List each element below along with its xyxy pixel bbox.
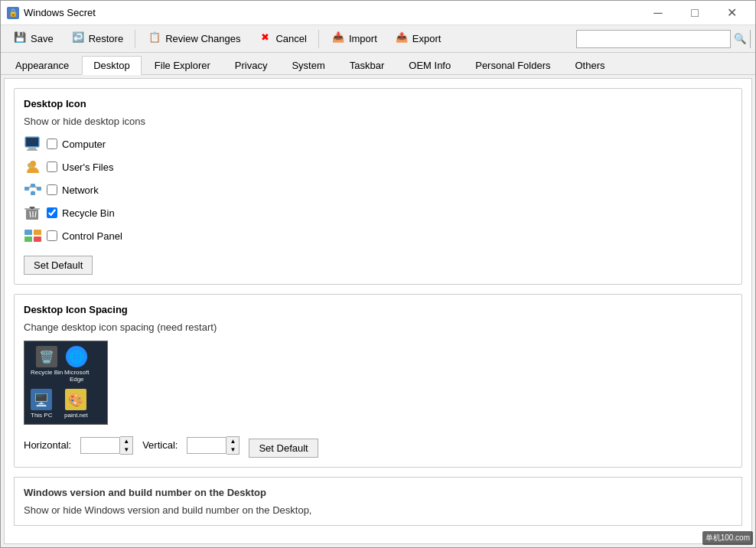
network-checkbox[interactable] [47,184,57,195]
vertical-spinner: 1125 ▲ ▼ [187,436,240,455]
separator-2 [318,30,319,48]
vertical-input[interactable]: 1125 [187,437,226,454]
svg-rect-13 [26,209,38,220]
cancel-icon: ✖ [257,31,272,47]
close-button[interactable]: ✕ [714,1,749,25]
svg-rect-6 [24,187,29,191]
import-icon: 📥 [331,31,346,47]
search-button[interactable]: 🔍 [730,30,750,48]
vertical-up-button[interactable]: ▲ [226,437,239,445]
window-title: Windows Secret [24,7,640,18]
horizontal-label: Horizontal: [24,439,71,451]
icon-row-users-files: User's Files [24,158,732,176]
horizontal-up-button[interactable]: ▲ [120,437,132,445]
windows-version-section: Windows version and build number on the … [14,477,742,526]
maximize-button[interactable]: □ [677,1,712,25]
tab-personal-folders[interactable]: Personal Folders [464,56,562,74]
spacing-title: Desktop Icon Spacing [24,304,732,315]
import-label: Import [349,33,377,44]
content-area[interactable]: Desktop Icon Show or hide desktop icons … [4,78,752,544]
review-icon: 📋 [147,31,162,47]
network-icon [24,181,42,199]
computer-label: Computer [62,139,106,150]
users-files-icon [24,158,42,176]
svg-rect-18 [24,236,32,242]
control-panel-icon [24,227,42,245]
control-panel-label: Control Panel [62,230,122,242]
search-box: 🔍 [576,30,751,48]
recycle-bin-checkbox[interactable] [47,207,57,218]
desktop-icon-section: Desktop Icon Show or hide desktop icons … [14,88,742,285]
tab-desktop[interactable]: Desktop [82,56,142,75]
tab-others[interactable]: Others [564,56,617,74]
icon-row-network: Network [24,181,732,199]
save-icon: 💾 [12,31,28,47]
review-changes-button[interactable]: 📋 Review Changes [140,28,247,50]
preview-paint: 🎨 paint.net [64,389,88,419]
desktop-icon-title: Desktop Icon [24,98,732,109]
search-input[interactable] [577,31,730,47]
network-label: Network [62,184,99,196]
export-label: Export [412,33,442,44]
save-label: Save [31,33,54,44]
preview-recycle-bin: 🗑️ Recycle Bin [31,346,63,376]
restore-button[interactable]: ↩️ Restore [64,28,131,50]
recycle-bin-icon [24,204,42,222]
computer-checkbox[interactable] [47,139,57,149]
minimize-button[interactable]: ─ [640,1,676,25]
svg-point-5 [28,163,32,168]
horizontal-spinner: 1125 ▲ ▼ [80,436,133,455]
save-button[interactable]: 💾 Save [5,28,60,50]
version-subtitle: Show or hide Windows version and build n… [24,504,732,516]
computer-icon [24,135,42,153]
svg-rect-17 [34,230,41,235]
svg-rect-19 [34,236,41,242]
svg-rect-3 [26,138,38,146]
svg-line-10 [29,186,31,188]
horizontal-down-button[interactable]: ▼ [120,445,132,454]
svg-rect-1 [28,148,36,149]
restore-icon: ↩️ [70,31,86,47]
vertical-label: Vertical: [142,439,178,451]
review-label: Review Changes [165,33,240,44]
separator-1 [135,30,135,48]
export-button[interactable]: 📤 Export [387,28,448,50]
title-bar: 🔒 Windows Secret ─ □ ✕ [1,1,755,25]
horizontal-input[interactable]: 1125 [80,437,120,454]
spacing-controls: Horizontal: 1125 ▲ ▼ Vertical: 1125 ▲ ▼ [24,432,732,458]
preview-this-pc: 🖥️ This PC [31,389,52,419]
users-files-checkbox[interactable] [47,161,57,172]
desktop-icon-spacing-section: Desktop Icon Spacing Change desktop icon… [14,294,742,468]
icon-row-control-panel: Control Panel [24,227,732,245]
tabs-bar: Appearance Desktop File Explorer Privacy… [1,53,755,75]
desktop-icon-subtitle: Show or hide desktop icons [24,116,732,127]
tab-file-explorer[interactable]: File Explorer [143,56,222,74]
tab-appearance[interactable]: Appearance [4,56,80,74]
import-button[interactable]: 📥 Import [324,28,384,50]
desktop-icon-set-default-button[interactable]: Set Default [24,256,93,275]
spacing-set-default-button[interactable]: Set Default [249,439,318,458]
main-window: 🔒 Windows Secret ─ □ ✕ 💾 Save ↩️ Restore… [0,0,756,548]
preview-edge: 🌐 MicrosoftEdge [64,346,89,383]
tab-taskbar[interactable]: Taskbar [338,56,396,74]
vertical-spinner-buttons: ▲ ▼ [226,436,240,455]
svg-rect-2 [27,149,37,151]
svg-rect-16 [24,230,32,235]
vertical-down-button[interactable]: ▼ [226,445,239,454]
recycle-bin-label: Recycle Bin [62,207,115,219]
export-icon: 📤 [394,31,409,47]
svg-rect-15 [31,207,34,209]
users-files-label: User's Files [62,161,114,173]
tab-oem-info[interactable]: OEM Info [397,56,462,74]
tab-privacy[interactable]: Privacy [223,56,279,74]
spacing-preview: 🗑️ Recycle Bin 🌐 MicrosoftEdge 🖥️ This P… [24,341,108,425]
app-icon: 🔒 [7,7,19,19]
tab-system[interactable]: System [280,56,336,74]
cancel-button[interactable]: ✖ Cancel [250,28,313,50]
svg-rect-9 [31,191,35,195]
cancel-label: Cancel [275,33,306,44]
spacing-subtitle: Change desktop icon spacing (need restar… [24,321,732,333]
svg-line-11 [35,186,37,188]
control-panel-checkbox[interactable] [47,230,57,241]
icon-row-computer: Computer [24,135,732,153]
